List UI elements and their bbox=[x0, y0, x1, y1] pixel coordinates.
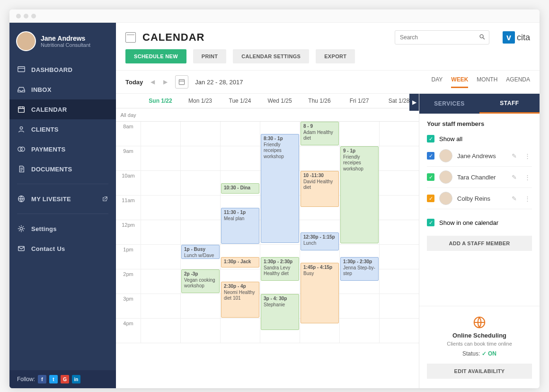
event[interactable]: 10:30 - Dina bbox=[221, 183, 259, 194]
globe-icon bbox=[473, 316, 486, 329]
external-icon bbox=[102, 196, 108, 202]
view-day[interactable]: DAY bbox=[432, 76, 443, 88]
window-chrome bbox=[9, 9, 540, 23]
staff-row: ✓ Colby Reins ✎ ⋮ bbox=[427, 188, 532, 209]
twitter-icon[interactable]: t bbox=[49, 375, 58, 383]
next-arrow-icon[interactable]: ▶ bbox=[162, 79, 168, 85]
scheduling-subtitle: Clients can book time online bbox=[427, 341, 532, 347]
hour-label: 9am bbox=[116, 146, 141, 170]
edit-icon[interactable]: ✎ bbox=[510, 174, 518, 181]
date-range: Jan 22 - 28, 2017 bbox=[195, 79, 243, 86]
edit-availability-button[interactable]: EDIT AVAILABILITY bbox=[427, 364, 532, 379]
staff-checkbox[interactable]: ✓ bbox=[427, 173, 434, 181]
profile-block[interactable]: Jane Andrews Nutritional Consultant bbox=[9, 23, 116, 60]
googleplus-icon[interactable]: G bbox=[61, 375, 69, 383]
sidebar-label: MY LIVESITE bbox=[31, 196, 96, 203]
scheduling-status: Status: ✓ ON bbox=[427, 350, 532, 357]
online-scheduling-block: Online Scheduling Clients can book time … bbox=[419, 306, 540, 388]
sidebar-label: CLIENTS bbox=[31, 126, 59, 133]
export-button[interactable]: EXPORT bbox=[316, 49, 355, 63]
profile-name: Jane Andrews bbox=[41, 35, 90, 42]
edit-icon[interactable]: ✎ bbox=[510, 195, 518, 202]
sidebar-item-clients[interactable]: CLIENTS bbox=[9, 119, 116, 139]
more-icon[interactable]: ⋮ bbox=[523, 152, 532, 160]
main: CALENDAR v cita SCHEDULE NEW PRINT CALEN… bbox=[116, 23, 540, 388]
staff-row: ✓ Jane Andrews ✎ ⋮ bbox=[427, 145, 532, 167]
day-header-wed[interactable]: Wed 1/25 bbox=[260, 94, 300, 108]
gear-icon bbox=[17, 224, 26, 233]
sidebar-item-livesite[interactable]: MY LIVESITE bbox=[9, 189, 116, 209]
staff-name: Colby Reins bbox=[457, 195, 505, 202]
more-icon[interactable]: ⋮ bbox=[523, 174, 532, 181]
globe-icon bbox=[17, 195, 26, 203]
schedule-new-button[interactable]: SCHEDULE NEW bbox=[125, 49, 186, 63]
sidebar-item-dashboard[interactable]: DASHBOARD bbox=[9, 60, 116, 80]
sidebar-item-settings[interactable]: Settings bbox=[9, 219, 116, 239]
event[interactable]: 1:30p - Jack bbox=[221, 257, 259, 267]
calendar-grid: ▶ Sun 1/22 Mon 1/23 Tue 1/24 Wed 1/25 Th… bbox=[116, 94, 419, 388]
svg-rect-7 bbox=[18, 247, 25, 251]
sidebar: Jane Andrews Nutritional Consultant DASH… bbox=[9, 23, 116, 388]
edit-icon[interactable]: ✎ bbox=[510, 152, 518, 160]
envelope-icon bbox=[17, 244, 26, 253]
sidebar-item-inbox[interactable]: INBOX bbox=[9, 80, 116, 99]
view-month[interactable]: MONTH bbox=[477, 76, 497, 88]
hour-label: 10am bbox=[116, 171, 141, 195]
event[interactable]: 2p -3pVegan cooking workshop bbox=[181, 269, 220, 293]
staff-row: ✓ Tara Chandler ✎ ⋮ bbox=[427, 167, 532, 188]
day-header-mon[interactable]: Mon 1/23 bbox=[180, 94, 220, 108]
day-header-fri[interactable]: Fri 1/27 bbox=[339, 94, 379, 108]
profile-role: Nutritional Consultant bbox=[41, 42, 90, 48]
more-icon[interactable]: ⋮ bbox=[523, 195, 532, 202]
date-picker-button[interactable] bbox=[175, 75, 188, 89]
event[interactable]: 8 - 9Adam Healthy diet bbox=[301, 122, 339, 145]
view-week[interactable]: WEEK bbox=[451, 76, 468, 88]
sidebar-item-contact[interactable]: Contact Us bbox=[9, 239, 116, 258]
svg-point-8 bbox=[480, 35, 483, 38]
svg-point-6 bbox=[20, 227, 22, 230]
svg-rect-9 bbox=[179, 80, 185, 84]
sidebar-label: CALENDAR bbox=[31, 106, 67, 113]
allday-label: All day bbox=[116, 112, 141, 118]
prev-arrow-icon[interactable]: ◀ bbox=[150, 79, 156, 85]
sidebar-label: PAYMENTS bbox=[31, 146, 65, 153]
search-input[interactable] bbox=[395, 30, 489, 45]
scheduling-title: Online Scheduling bbox=[427, 332, 532, 339]
linkedin-icon[interactable]: in bbox=[72, 375, 80, 383]
follow-bar: Follow: f t G in bbox=[9, 370, 116, 388]
view-agenda[interactable]: AGENDA bbox=[506, 76, 530, 88]
hour-label: 12pm bbox=[116, 220, 141, 244]
day-header-thu[interactable]: Thu 1/26 bbox=[300, 94, 339, 108]
sidebar-label: Contact Us bbox=[31, 245, 65, 252]
hour-label: 3pm bbox=[116, 294, 141, 318]
staff-checkbox[interactable]: ✓ bbox=[427, 195, 434, 202]
hour-label: 1pm bbox=[116, 245, 141, 269]
documents-icon bbox=[17, 165, 26, 173]
event[interactable]: 1p - BusyLunch w/Dave bbox=[181, 245, 220, 259]
staff-avatar bbox=[439, 192, 452, 205]
logo-mark: v bbox=[503, 31, 515, 44]
print-button[interactable]: PRINT bbox=[193, 49, 227, 63]
tab-staff[interactable]: STAFF bbox=[479, 94, 540, 114]
calendar-settings-button[interactable]: CALENDAR SETTINGS bbox=[233, 49, 309, 63]
calendar-icon bbox=[125, 32, 136, 43]
collapse-panel-button[interactable]: ▶ bbox=[409, 94, 419, 111]
show-one-calendar-checkbox[interactable]: ✓Show in one calendar bbox=[427, 216, 532, 229]
sidebar-item-calendar[interactable]: CALENDAR bbox=[9, 99, 116, 119]
sidebar-item-documents[interactable]: DOCUMENTS bbox=[9, 159, 116, 179]
search-icon[interactable] bbox=[479, 34, 486, 40]
avatar bbox=[16, 31, 36, 51]
staff-checkbox[interactable]: ✓ bbox=[427, 152, 434, 160]
facebook-icon[interactable]: f bbox=[38, 375, 46, 383]
today-button[interactable]: Today bbox=[125, 79, 143, 86]
checkbox-label: Show in one calendar bbox=[439, 219, 498, 226]
day-header-tue[interactable]: Tue 1/24 bbox=[220, 94, 260, 108]
show-all-checkbox[interactable]: ✓Show all bbox=[427, 132, 532, 145]
add-staff-button[interactable]: ADD A STAFF MEMBER bbox=[427, 236, 532, 251]
logo-text: cita bbox=[517, 33, 530, 43]
logo[interactable]: v cita bbox=[503, 31, 530, 44]
sidebar-item-payments[interactable]: PAYMENTS bbox=[9, 139, 116, 159]
day-header-sun[interactable]: Sun 1/22 bbox=[141, 94, 180, 108]
tab-services[interactable]: SERVICES bbox=[419, 94, 479, 114]
hour-label: 2pm bbox=[116, 269, 141, 294]
